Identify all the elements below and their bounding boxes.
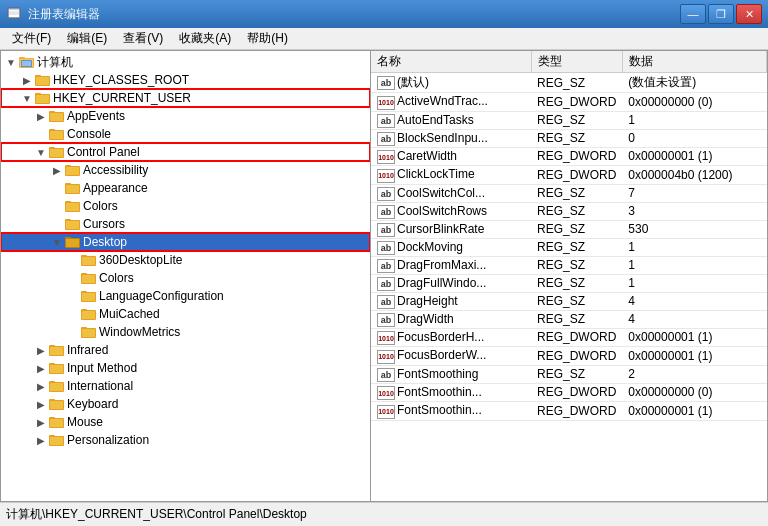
toggle-keyboard[interactable]: ▶ [33, 396, 49, 412]
table-row[interactable]: abDragHeightREG_SZ4 [371, 292, 767, 310]
table-row[interactable]: 1010ActiveWndTrac...REG_DWORD0x00000000 … [371, 93, 767, 112]
col-type: 类型 [531, 51, 622, 73]
tree-item-appevents[interactable]: ▶ AppEvents [1, 107, 370, 125]
tree-item-computer[interactable]: ▼ 计算机 [1, 53, 370, 71]
tree-item-windowmetrics[interactable]: ▶ WindowMetrics [1, 323, 370, 341]
table-row[interactable]: ab(默认)REG_SZ(数值未设置) [371, 73, 767, 93]
reg-data: 3 [622, 202, 766, 220]
tree-item-360desktoplite[interactable]: ▶ 360DesktopLite [1, 251, 370, 269]
reg-type: REG_SZ [531, 256, 622, 274]
reg-name: abCoolSwitchRows [371, 202, 531, 220]
reg-data: 0x00000001 (1) [622, 147, 766, 166]
table-row[interactable]: abDragFullWindo...REG_SZ1 [371, 274, 767, 292]
status-bar: 计算机\HKEY_CURRENT_USER\Control Panel\Desk… [0, 502, 768, 526]
tree-label-360desktoplite: 360DesktopLite [99, 253, 182, 267]
toggle-mouse[interactable]: ▶ [33, 414, 49, 430]
tree-panel[interactable]: ▼ 计算机 ▶ HKEY_CLASSES_ROOT [1, 51, 371, 501]
table-row[interactable]: abCoolSwitchRowsREG_SZ3 [371, 202, 767, 220]
registry-table: 名称 类型 数据 ab(默认)REG_SZ(数值未设置)1010ActiveWn… [371, 51, 767, 421]
tree-item-infrared[interactable]: ▶ Infrared [1, 341, 370, 359]
tree-item-colors[interactable]: ▶ Colors [1, 197, 370, 215]
reg-type: REG_SZ [531, 111, 622, 129]
folder-icon-controlpanel [49, 145, 65, 159]
toggle-accessibility[interactable]: ▶ [49, 162, 65, 178]
tree-item-personalization[interactable]: ▶ Personalization [1, 431, 370, 449]
tree-label-appearance: Appearance [83, 181, 148, 195]
ab-icon: ab [377, 132, 395, 146]
table-row[interactable]: 1010FontSmoothin...REG_DWORD0x00000000 (… [371, 383, 767, 402]
tree-item-colors2[interactable]: ▶ Colors [1, 269, 370, 287]
dword-icon: 1010 [377, 386, 395, 400]
tree-item-keyboard[interactable]: ▶ Keyboard [1, 395, 370, 413]
tree-item-console[interactable]: ▶ Console [1, 125, 370, 143]
svg-rect-68 [50, 419, 63, 427]
reg-type: REG_SZ [531, 220, 622, 238]
table-row[interactable]: 1010CaretWidthREG_DWORD0x00000001 (1) [371, 147, 767, 166]
tree-item-international[interactable]: ▶ International [1, 377, 370, 395]
svg-rect-41 [82, 257, 95, 265]
svg-rect-20 [50, 131, 63, 139]
folder-icon-computer [19, 55, 35, 69]
svg-rect-71 [50, 437, 63, 445]
menu-edit[interactable]: 编辑(E) [59, 28, 115, 49]
minimize-button[interactable]: — [680, 4, 706, 24]
table-row[interactable]: 1010ClickLockTimeREG_DWORD0x000004b0 (12… [371, 166, 767, 185]
folder-icon-hkcu [35, 91, 51, 105]
toggle-hkcu[interactable]: ▼ [19, 90, 35, 106]
reg-type: REG_DWORD [531, 347, 622, 366]
table-row[interactable]: abCoolSwitchCol...REG_SZ7 [371, 184, 767, 202]
tree-item-desktop[interactable]: ▼ Desktop [1, 233, 370, 251]
table-row[interactable]: abDockMovingREG_SZ1 [371, 238, 767, 256]
svg-rect-38 [66, 239, 79, 247]
reg-type: REG_DWORD [531, 383, 622, 402]
reg-data: 0x00000000 (0) [622, 93, 766, 112]
toggle-appearance: ▶ [49, 180, 65, 196]
restore-button[interactable]: ❐ [708, 4, 734, 24]
menu-help[interactable]: 帮助(H) [239, 28, 296, 49]
toggle-appevents[interactable]: ▶ [33, 108, 49, 124]
svg-rect-59 [50, 365, 63, 373]
table-row[interactable]: abBlockSendInpu...REG_SZ0 [371, 129, 767, 147]
toggle-controlpanel[interactable]: ▼ [33, 144, 49, 160]
reg-name: 1010ClickLockTime [371, 166, 531, 185]
tree-item-inputmethod[interactable]: ▶ Input Method [1, 359, 370, 377]
toggle-personalization[interactable]: ▶ [33, 432, 49, 448]
tree-label-muicached: MuiCached [99, 307, 160, 321]
tree-item-muicached[interactable]: ▶ MuiCached [1, 305, 370, 323]
ab-icon: ab [377, 277, 395, 291]
tree-item-cursors[interactable]: ▶ Cursors [1, 215, 370, 233]
close-button[interactable]: ✕ [736, 4, 762, 24]
reg-type: REG_SZ [531, 274, 622, 292]
folder-icon-accessibility [65, 163, 81, 177]
tree-item-mouse[interactable]: ▶ Mouse [1, 413, 370, 431]
tree-item-controlpanel[interactable]: ▼ Control Panel [1, 143, 370, 161]
table-row[interactable]: abDragWidthREG_SZ4 [371, 310, 767, 328]
menu-file[interactable]: 文件(F) [4, 28, 59, 49]
toggle-international[interactable]: ▶ [33, 378, 49, 394]
folder-icon-mouse [49, 415, 65, 429]
tree-item-accessibility[interactable]: ▶ Accessibility [1, 161, 370, 179]
table-row[interactable]: 1010FocusBorderH...REG_DWORD0x00000001 (… [371, 328, 767, 347]
toggle-hkcr[interactable]: ▶ [19, 72, 35, 88]
tree-item-langconfig[interactable]: ▶ LanguageConfiguration [1, 287, 370, 305]
toggle-computer[interactable]: ▼ [3, 54, 19, 70]
table-row[interactable]: 1010FontSmoothin...REG_DWORD0x00000001 (… [371, 402, 767, 421]
table-row[interactable]: abAutoEndTasksREG_SZ1 [371, 111, 767, 129]
tree-item-appearance[interactable]: ▶ Appearance [1, 179, 370, 197]
folder-icon-windowmetrics [81, 325, 97, 339]
toggle-desktop[interactable]: ▼ [49, 234, 65, 250]
tree-item-hkcr[interactable]: ▶ HKEY_CLASSES_ROOT [1, 71, 370, 89]
table-row[interactable]: 1010FocusBorderW...REG_DWORD0x00000001 (… [371, 347, 767, 366]
toggle-infrared[interactable]: ▶ [33, 342, 49, 358]
table-row[interactable]: abFontSmoothingREG_SZ2 [371, 365, 767, 383]
reg-data: 4 [622, 310, 766, 328]
table-row[interactable]: abDragFromMaxi...REG_SZ1 [371, 256, 767, 274]
table-row[interactable]: abCursorBlinkRateREG_SZ530 [371, 220, 767, 238]
menu-favorites[interactable]: 收藏夹(A) [171, 28, 239, 49]
reg-data: 0x00000000 (0) [622, 383, 766, 402]
reg-data: 0 [622, 129, 766, 147]
tree-item-hkcu[interactable]: ▼ HKEY_CURRENT_USER [1, 89, 370, 107]
menu-view[interactable]: 查看(V) [115, 28, 171, 49]
toggle-inputmethod[interactable]: ▶ [33, 360, 49, 376]
reg-type: REG_DWORD [531, 147, 622, 166]
